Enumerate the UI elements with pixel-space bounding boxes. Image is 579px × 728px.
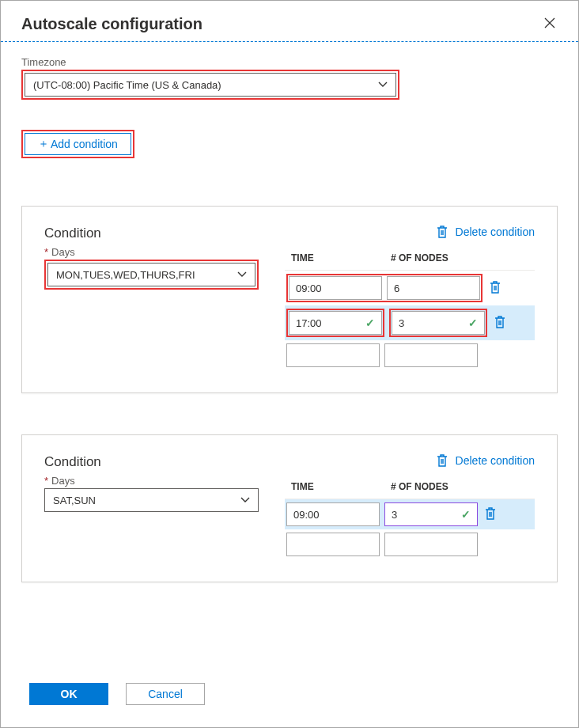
dialog-body: Timezone (UTC-08:00) Pacific Time (US & … [1, 42, 578, 669]
nodes-input[interactable] [384, 343, 478, 367]
title-bar: Autoscale configuration [1, 1, 578, 41]
schedule-row: 09:00 3 ✓ [285, 499, 535, 529]
days-select[interactable]: SAT,SUN [44, 488, 259, 512]
nodes-input[interactable]: 6 [387, 276, 480, 300]
delete-condition-label: Delete condition [456, 454, 535, 467]
time-input[interactable]: 17:00 ✓ [289, 311, 382, 335]
condition-header: Condition Delete condition [44, 454, 535, 470]
schedule-row-empty [285, 340, 535, 370]
plus-icon: ＋ [38, 137, 49, 151]
row-highlight: 17:00 ✓ [286, 309, 384, 337]
days-label: *Days [44, 246, 255, 258]
time-input[interactable]: 09:00 [286, 502, 380, 526]
timezone-value: (UTC-08:00) Pacific Time (US & Canada) [33, 79, 221, 91]
condition-title: Condition [44, 226, 101, 241]
days-select[interactable]: MON,TUES,WED,THURS,FRI [47, 263, 255, 286]
days-value: SAT,SUN [53, 495, 96, 506]
days-value: MON,TUES,WED,THURS,FRI [56, 269, 195, 281]
trash-icon [437, 454, 448, 467]
condition-card: Condition Delete condition *Days SAT,SUN [21, 434, 558, 582]
ok-button[interactable]: OK [29, 683, 108, 705]
timezone-label: Timezone [21, 56, 558, 68]
row-highlight: 3 ✓ [389, 309, 487, 337]
schedule-row: 09:00 6 [285, 271, 535, 305]
dialog-footer: OK Cancel [1, 669, 578, 727]
delete-row-button[interactable] [492, 316, 508, 331]
condition-card: Condition Delete condition *Days MON,TUE… [21, 206, 558, 393]
col-time: TIME [288, 481, 391, 492]
check-icon: ✓ [365, 317, 375, 329]
condition-title: Condition [44, 454, 101, 470]
check-icon: ✓ [461, 508, 471, 521]
schedule-row: 17:00 ✓ 3 ✓ [285, 305, 535, 340]
add-condition-highlight: ＋ Add condition [21, 130, 134, 158]
delete-row-button[interactable] [487, 281, 503, 296]
dialog-frame: Autoscale configuration Timezone (UTC-08… [0, 0, 579, 728]
chevron-down-icon [237, 269, 247, 280]
dialog-title: Autoscale configuration [21, 15, 202, 33]
chevron-down-icon [240, 495, 250, 506]
col-time: TIME [288, 252, 391, 264]
row-highlight: 09:00 6 [286, 274, 482, 302]
nodes-input[interactable]: 3 ✓ [384, 502, 478, 526]
timezone-highlight: (UTC-08:00) Pacific Time (US & Canada) [21, 70, 399, 100]
schedule-header: TIME # OF NODES [285, 475, 535, 499]
chevron-down-icon [378, 79, 388, 90]
nodes-input[interactable]: 3 ✓ [392, 311, 485, 335]
delete-condition-label: Delete condition [456, 226, 535, 238]
delete-condition-button[interactable]: Delete condition [437, 454, 535, 467]
check-icon: ✓ [468, 317, 478, 329]
col-nodes: # OF NODES [391, 252, 532, 264]
cancel-button[interactable]: Cancel [126, 683, 205, 705]
delete-row-button[interactable] [482, 507, 498, 522]
schedule-header: TIME # OF NODES [285, 246, 535, 271]
delete-condition-button[interactable]: Delete condition [437, 226, 535, 238]
days-highlight: MON,TUES,WED,THURS,FRI [44, 260, 259, 290]
condition-header: Condition Delete condition [44, 226, 535, 241]
time-input[interactable] [286, 533, 380, 556]
time-input[interactable]: 09:00 [289, 276, 382, 300]
nodes-input[interactable] [384, 533, 478, 556]
close-icon[interactable] [542, 15, 558, 31]
schedule-row-empty [285, 529, 535, 559]
add-condition-button[interactable]: ＋ Add condition [25, 133, 131, 155]
timezone-select[interactable]: (UTC-08:00) Pacific Time (US & Canada) [25, 73, 396, 97]
days-label: *Days [44, 475, 255, 487]
trash-icon [437, 226, 448, 238]
add-condition-label: Add condition [51, 138, 118, 150]
col-nodes: # OF NODES [391, 481, 532, 492]
time-input[interactable] [286, 343, 380, 367]
